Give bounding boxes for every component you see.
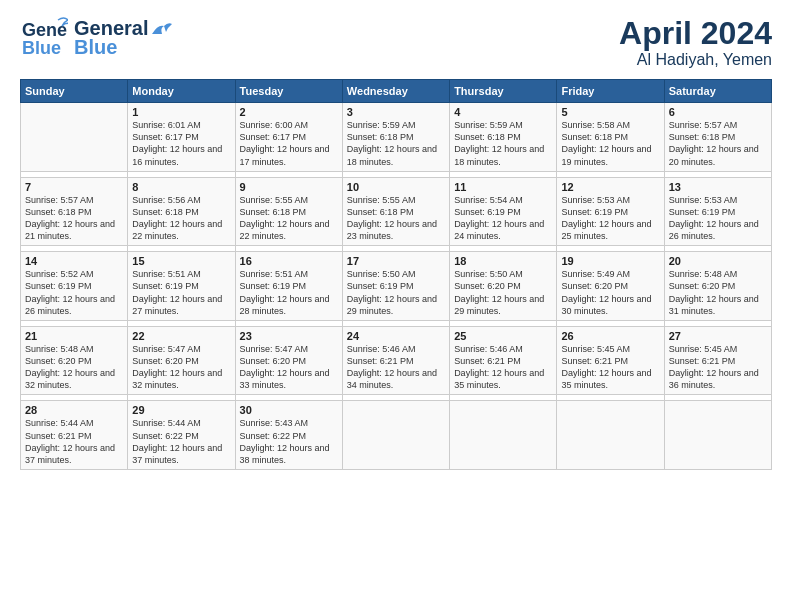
- day-number: 14: [25, 255, 123, 267]
- day-cell: 1Sunrise: 6:01 AMSunset: 6:17 PMDaylight…: [128, 103, 235, 172]
- day-cell: 21Sunrise: 5:48 AMSunset: 6:20 PMDayligh…: [21, 326, 128, 395]
- day-info: Sunrise: 6:01 AMSunset: 6:17 PMDaylight:…: [132, 119, 230, 168]
- day-number: 26: [561, 330, 659, 342]
- calendar-table: Sunday Monday Tuesday Wednesday Thursday…: [20, 79, 772, 470]
- day-number: 24: [347, 330, 445, 342]
- calendar-subtitle: Al Hadiyah, Yemen: [619, 51, 772, 69]
- day-number: 16: [240, 255, 338, 267]
- day-number: 8: [132, 181, 230, 193]
- day-cell: 6Sunrise: 5:57 AMSunset: 6:18 PMDaylight…: [664, 103, 771, 172]
- week-row-2: 7Sunrise: 5:57 AMSunset: 6:18 PMDaylight…: [21, 177, 772, 246]
- day-number: 29: [132, 404, 230, 416]
- svg-text:Blue: Blue: [22, 38, 61, 58]
- logo-icon: General Blue: [20, 16, 68, 60]
- col-saturday: Saturday: [664, 80, 771, 103]
- day-info: Sunrise: 6:00 AMSunset: 6:17 PMDaylight:…: [240, 119, 338, 168]
- day-info: Sunrise: 5:43 AMSunset: 6:22 PMDaylight:…: [240, 417, 338, 466]
- day-info: Sunrise: 5:55 AMSunset: 6:18 PMDaylight:…: [347, 194, 445, 243]
- day-number: 10: [347, 181, 445, 193]
- calendar-title: April 2024: [619, 16, 772, 51]
- week-row-4: 21Sunrise: 5:48 AMSunset: 6:20 PMDayligh…: [21, 326, 772, 395]
- logo-blue: Blue: [74, 36, 172, 59]
- day-info: Sunrise: 5:57 AMSunset: 6:18 PMDaylight:…: [669, 119, 767, 168]
- day-cell: 7Sunrise: 5:57 AMSunset: 6:18 PMDaylight…: [21, 177, 128, 246]
- day-number: 30: [240, 404, 338, 416]
- day-info: Sunrise: 5:49 AMSunset: 6:20 PMDaylight:…: [561, 268, 659, 317]
- day-cell: 17Sunrise: 5:50 AMSunset: 6:19 PMDayligh…: [342, 252, 449, 321]
- day-number: 7: [25, 181, 123, 193]
- day-cell: 20Sunrise: 5:48 AMSunset: 6:20 PMDayligh…: [664, 252, 771, 321]
- col-tuesday: Tuesday: [235, 80, 342, 103]
- page: General Blue General Blue April 2024 Al …: [0, 0, 792, 612]
- day-info: Sunrise: 5:54 AMSunset: 6:19 PMDaylight:…: [454, 194, 552, 243]
- day-number: 5: [561, 106, 659, 118]
- logo-bird-icon: [150, 20, 172, 38]
- day-cell: 26Sunrise: 5:45 AMSunset: 6:21 PMDayligh…: [557, 326, 664, 395]
- week-row-5: 28Sunrise: 5:44 AMSunset: 6:21 PMDayligh…: [21, 401, 772, 470]
- day-number: 25: [454, 330, 552, 342]
- day-number: 28: [25, 404, 123, 416]
- day-info: Sunrise: 5:59 AMSunset: 6:18 PMDaylight:…: [347, 119, 445, 168]
- day-info: Sunrise: 5:44 AMSunset: 6:21 PMDaylight:…: [25, 417, 123, 466]
- day-cell: 8Sunrise: 5:56 AMSunset: 6:18 PMDaylight…: [128, 177, 235, 246]
- col-sunday: Sunday: [21, 80, 128, 103]
- day-number: 19: [561, 255, 659, 267]
- day-cell: 24Sunrise: 5:46 AMSunset: 6:21 PMDayligh…: [342, 326, 449, 395]
- day-number: 4: [454, 106, 552, 118]
- weekday-header-row: Sunday Monday Tuesday Wednesday Thursday…: [21, 80, 772, 103]
- day-number: 18: [454, 255, 552, 267]
- day-cell: 14Sunrise: 5:52 AMSunset: 6:19 PMDayligh…: [21, 252, 128, 321]
- day-info: Sunrise: 5:52 AMSunset: 6:19 PMDaylight:…: [25, 268, 123, 317]
- day-info: Sunrise: 5:48 AMSunset: 6:20 PMDaylight:…: [25, 343, 123, 392]
- day-number: 11: [454, 181, 552, 193]
- day-number: 17: [347, 255, 445, 267]
- day-info: Sunrise: 5:50 AMSunset: 6:20 PMDaylight:…: [454, 268, 552, 317]
- day-cell: [342, 401, 449, 470]
- day-info: Sunrise: 5:45 AMSunset: 6:21 PMDaylight:…: [561, 343, 659, 392]
- day-info: Sunrise: 5:58 AMSunset: 6:18 PMDaylight:…: [561, 119, 659, 168]
- day-cell: 19Sunrise: 5:49 AMSunset: 6:20 PMDayligh…: [557, 252, 664, 321]
- day-info: Sunrise: 5:46 AMSunset: 6:21 PMDaylight:…: [454, 343, 552, 392]
- day-info: Sunrise: 5:55 AMSunset: 6:18 PMDaylight:…: [240, 194, 338, 243]
- day-number: 20: [669, 255, 767, 267]
- day-number: 2: [240, 106, 338, 118]
- day-cell: 15Sunrise: 5:51 AMSunset: 6:19 PMDayligh…: [128, 252, 235, 321]
- day-cell: 28Sunrise: 5:44 AMSunset: 6:21 PMDayligh…: [21, 401, 128, 470]
- col-wednesday: Wednesday: [342, 80, 449, 103]
- day-number: 22: [132, 330, 230, 342]
- day-info: Sunrise: 5:53 AMSunset: 6:19 PMDaylight:…: [669, 194, 767, 243]
- week-row-3: 14Sunrise: 5:52 AMSunset: 6:19 PMDayligh…: [21, 252, 772, 321]
- day-info: Sunrise: 5:57 AMSunset: 6:18 PMDaylight:…: [25, 194, 123, 243]
- day-info: Sunrise: 5:46 AMSunset: 6:21 PMDaylight:…: [347, 343, 445, 392]
- day-info: Sunrise: 5:51 AMSunset: 6:19 PMDaylight:…: [240, 268, 338, 317]
- day-cell: 16Sunrise: 5:51 AMSunset: 6:19 PMDayligh…: [235, 252, 342, 321]
- day-cell: 27Sunrise: 5:45 AMSunset: 6:21 PMDayligh…: [664, 326, 771, 395]
- logo: General Blue General Blue: [20, 16, 172, 60]
- col-thursday: Thursday: [450, 80, 557, 103]
- day-info: Sunrise: 5:53 AMSunset: 6:19 PMDaylight:…: [561, 194, 659, 243]
- day-cell: 10Sunrise: 5:55 AMSunset: 6:18 PMDayligh…: [342, 177, 449, 246]
- day-info: Sunrise: 5:44 AMSunset: 6:22 PMDaylight:…: [132, 417, 230, 466]
- day-cell: 11Sunrise: 5:54 AMSunset: 6:19 PMDayligh…: [450, 177, 557, 246]
- day-cell: 9Sunrise: 5:55 AMSunset: 6:18 PMDaylight…: [235, 177, 342, 246]
- day-cell: [21, 103, 128, 172]
- day-info: Sunrise: 5:47 AMSunset: 6:20 PMDaylight:…: [240, 343, 338, 392]
- svg-text:General: General: [22, 20, 68, 40]
- day-info: Sunrise: 5:59 AMSunset: 6:18 PMDaylight:…: [454, 119, 552, 168]
- day-info: Sunrise: 5:56 AMSunset: 6:18 PMDaylight:…: [132, 194, 230, 243]
- day-cell: [557, 401, 664, 470]
- day-cell: 23Sunrise: 5:47 AMSunset: 6:20 PMDayligh…: [235, 326, 342, 395]
- day-number: 27: [669, 330, 767, 342]
- header: General Blue General Blue April 2024 Al …: [20, 16, 772, 69]
- day-number: 6: [669, 106, 767, 118]
- day-cell: 12Sunrise: 5:53 AMSunset: 6:19 PMDayligh…: [557, 177, 664, 246]
- title-block: April 2024 Al Hadiyah, Yemen: [619, 16, 772, 69]
- day-cell: [450, 401, 557, 470]
- day-number: 1: [132, 106, 230, 118]
- day-cell: 4Sunrise: 5:59 AMSunset: 6:18 PMDaylight…: [450, 103, 557, 172]
- day-cell: 30Sunrise: 5:43 AMSunset: 6:22 PMDayligh…: [235, 401, 342, 470]
- day-number: 9: [240, 181, 338, 193]
- day-cell: 25Sunrise: 5:46 AMSunset: 6:21 PMDayligh…: [450, 326, 557, 395]
- day-cell: 29Sunrise: 5:44 AMSunset: 6:22 PMDayligh…: [128, 401, 235, 470]
- day-number: 12: [561, 181, 659, 193]
